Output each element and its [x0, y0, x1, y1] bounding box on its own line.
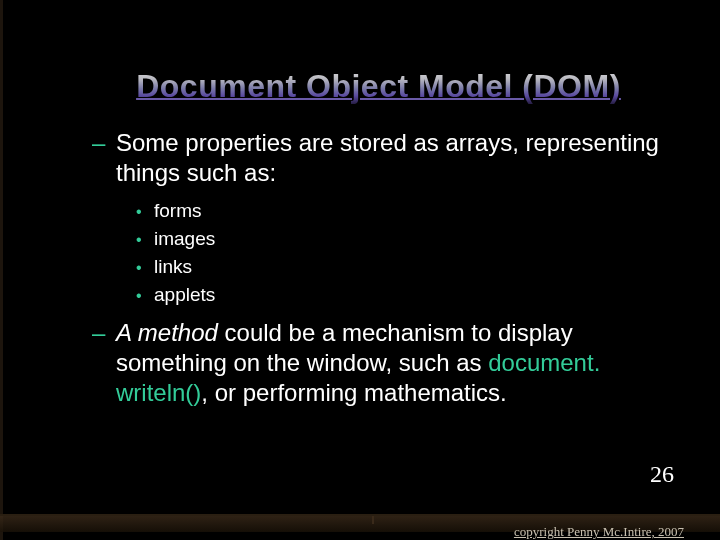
sub-bullet-text: forms [154, 198, 202, 224]
sub-bullet-item: • applets [136, 282, 660, 308]
sub-bullet-text: images [154, 226, 215, 252]
sub-bullet-text: applets [154, 282, 215, 308]
dot-bullet-icon: • [136, 259, 154, 277]
dot-bullet-icon: • [136, 287, 154, 305]
text-run: , or performing mathematics. [201, 379, 506, 406]
bullet-level1: – A method could be a mechanism to displ… [92, 318, 660, 408]
sub-bullet-item: • links [136, 254, 660, 280]
bullet-level1: – Some properties are stored as arrays, … [92, 128, 660, 188]
sub-bullet-item: • forms [136, 198, 660, 224]
sub-bullet-text: links [154, 254, 192, 280]
page-number: 26 [650, 461, 674, 488]
text-run: A [116, 319, 138, 346]
footer-bar: copyright Penny Mc.Intire, 2007 [0, 514, 720, 540]
left-edge-decoration [0, 0, 3, 540]
copyright-text: copyright Penny Mc.Intire, 2007 [514, 524, 684, 540]
dot-bullet-icon: • [136, 231, 154, 249]
sub-bullet-item: • images [136, 226, 660, 252]
slide-body: – Some properties are stored as arrays, … [92, 128, 660, 418]
sub-bullet-list: • forms • images • links • applets [136, 198, 660, 308]
emphasis-method: method [138, 319, 218, 346]
bullet-text: Some properties are stored as arrays, re… [116, 128, 660, 188]
dash-bullet-icon: – [92, 318, 116, 408]
slide-title: Document Object Model (DOM) [92, 68, 665, 105]
slide: Document Object Model (DOM) – Some prope… [0, 0, 720, 540]
dot-bullet-icon: • [136, 203, 154, 221]
footer-tick-icon [372, 516, 374, 524]
dash-bullet-icon: – [92, 128, 116, 188]
bullet-text: A method could be a mechanism to display… [116, 318, 660, 408]
